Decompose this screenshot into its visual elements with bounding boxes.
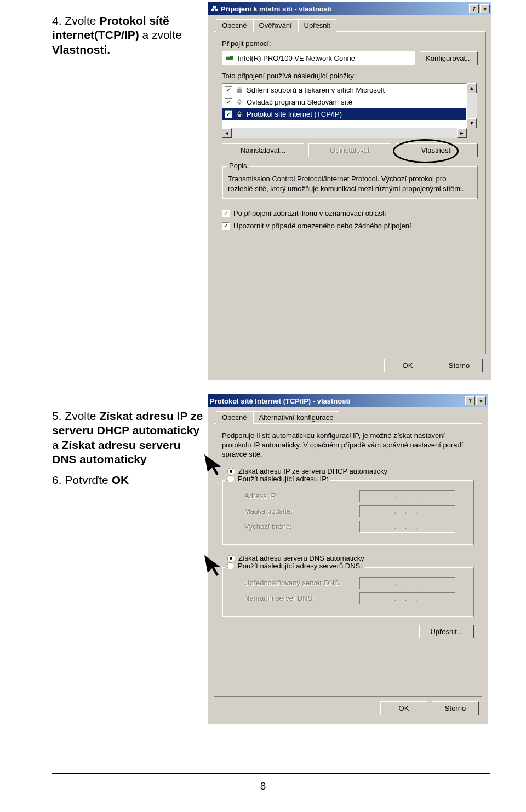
svg-rect-7 <box>238 87 241 89</box>
svg-rect-5 <box>228 56 230 57</box>
cancel-button[interactable]: Storno <box>436 359 483 372</box>
svg-rect-4 <box>226 56 228 57</box>
gateway-input: . . . <box>359 521 455 533</box>
driver-icon <box>235 97 244 106</box>
tab-panel-general: Připojit pomocí: Intel(R) PRO/100 VE Net… <box>214 31 486 354</box>
checkbox-show-icon[interactable]: ✓ <box>222 210 230 217</box>
advanced-button[interactable]: Upřesnit... <box>419 625 474 638</box>
step5-number: 5. <box>52 410 62 422</box>
close-button[interactable]: × <box>480 4 490 13</box>
tab-alt-config[interactable]: Alternativní konfigurace <box>253 411 340 424</box>
properties-button[interactable]: Vlastnosti <box>396 143 478 157</box>
description-legend: Popis <box>227 162 249 170</box>
radio-dns-manual-label: Použít následující adresy serverů DNS: <box>238 562 362 570</box>
description-text: Transmission Control Protocol/Internet P… <box>228 174 472 193</box>
radio-ip-manual[interactable] <box>227 475 234 482</box>
dns1-input: . . . <box>359 577 455 589</box>
tabstrip: Obecné Alternativní konfigurace <box>216 411 482 423</box>
radio-ip-auto-label: Získat adresu IP ze serveru DHCP automat… <box>238 467 387 475</box>
ip-label: Adresa IP: <box>244 492 359 500</box>
page-number: 8 <box>0 780 526 792</box>
configure-button[interactable]: Konfigurovat... <box>420 51 478 65</box>
list-item[interactable]: ✓ Ovladač programu Sledování sítě <box>222 96 466 108</box>
footer-rule <box>52 773 490 774</box>
step6-b: OK <box>112 474 129 486</box>
step4-number: 4. <box>52 14 62 27</box>
items-label: Toto připojení používá následující polož… <box>222 72 478 80</box>
cancel-button[interactable]: Storno <box>432 701 479 715</box>
dns-manual-groupbox: Použít následující adresy serverů DNS: U… <box>222 567 474 617</box>
scrollbar-horizontal[interactable]: ◄ ► <box>222 128 467 138</box>
close-button[interactable]: × <box>476 396 486 405</box>
step4-text-c: a zvolte <box>139 28 182 41</box>
tab-auth[interactable]: Ověřování <box>253 19 298 32</box>
checkbox-icon[interactable]: ✓ <box>225 110 232 118</box>
step5-d: Získat adresu serveru DNS automaticky <box>52 439 181 465</box>
list-item[interactable]: ✓ Sdílení souborů a tiskáren v sítích Mi… <box>222 84 466 96</box>
ok-button[interactable]: OK <box>380 701 427 715</box>
network-icon <box>210 4 219 13</box>
intro-text: Podporuje-li síť automatickou konfigurac… <box>222 431 474 459</box>
list-item-selected[interactable]: ✓ Protokol sítě Internet (TCP/IP) <box>222 108 466 120</box>
tab-general[interactable]: Obecné <box>216 411 253 424</box>
lan-properties-dialog: Připojení k místní síti - vlastnosti ? ×… <box>208 2 491 380</box>
svg-rect-1 <box>215 9 218 11</box>
step4-text-d: Vlastnosti. <box>52 43 110 56</box>
scroll-down-icon[interactable]: ▼ <box>467 118 477 128</box>
scroll-up-icon[interactable]: ▲ <box>467 83 477 93</box>
step6-number: 6. <box>52 474 62 486</box>
dns2-input: . . . <box>359 592 455 604</box>
mask-label: Maska podsítě: <box>244 507 359 515</box>
checkbox-icon[interactable]: ✓ <box>225 86 232 94</box>
tab-general[interactable]: Obecné <box>216 19 253 32</box>
radio-ip-auto[interactable] <box>227 468 235 475</box>
dialog1-title: Připojení k místní síti - vlastnosti <box>221 5 332 13</box>
checkbox-icon[interactable]: ✓ <box>225 98 232 106</box>
ip-input: . . . <box>359 490 455 502</box>
titlebar: Připojení k místní síti - vlastnosti ? × <box>208 2 491 15</box>
chk2-label: Upozornit v případě omezeného nebo žádné… <box>233 222 411 230</box>
step5-6-instruction: 5. Zvolte Získat adresu IP ze serveru DH… <box>52 409 205 494</box>
ok-button[interactable]: OK <box>384 359 431 372</box>
tabstrip: Obecné Ověřování Upřesnit <box>216 19 486 31</box>
components-listbox[interactable]: ✓ Sdílení souborů a tiskáren v sítích Mi… <box>222 83 467 128</box>
share-icon <box>235 85 244 94</box>
nic-icon <box>226 54 235 62</box>
connect-using-label: Připojit pomocí: <box>222 39 478 48</box>
radio-dns-auto-label: Získat adresu serveru DNS automaticky <box>238 554 364 562</box>
tcpip-properties-dialog: Protokol sítě Internet (TCP/IP) - vlastn… <box>208 394 488 724</box>
svg-rect-9 <box>238 114 241 117</box>
svg-point-8 <box>238 102 241 105</box>
list-item-label: Sdílení souborů a tiskáren v sítích Micr… <box>247 86 385 94</box>
help-button[interactable]: ? <box>465 396 475 405</box>
step6-a: Potvrďte <box>65 474 111 486</box>
step4-text-a: Zvolte <box>65 14 99 27</box>
dns2-label: Náhradní server DNS: <box>244 594 359 602</box>
adapter-name: Intel(R) PRO/100 VE Network Conne <box>238 54 355 62</box>
scroll-right-icon[interactable]: ► <box>457 128 467 138</box>
mask-input: . . . <box>359 505 455 517</box>
radio-dns-auto[interactable] <box>227 555 235 562</box>
scrollbar-vertical[interactable]: ▲ ▼ <box>467 83 477 128</box>
help-button[interactable]: ? <box>469 4 479 13</box>
svg-marker-10 <box>204 454 221 475</box>
ip-manual-groupbox: Použít následující adresu IP: Adresa IP:… <box>222 480 474 545</box>
svg-marker-11 <box>204 555 221 576</box>
tab-advanced[interactable]: Upřesnit <box>298 19 336 32</box>
install-button[interactable]: Nainstalovat... <box>222 143 304 157</box>
checkbox-notify[interactable]: ✓ <box>222 222 230 230</box>
step4-instruction: 4. Zvolte Protokol sítě internet(TCP/IP)… <box>52 14 197 64</box>
list-item-label: Protokol sítě Internet (TCP/IP) <box>247 110 342 118</box>
step5-c: a <box>52 439 62 451</box>
step5-a: Zvolte <box>65 410 99 422</box>
radio-dns-manual[interactable] <box>227 562 234 569</box>
radio-ip-manual-label: Použít následující adresu IP: <box>238 475 328 483</box>
tab-panel-general: Podporuje-li síť automatickou konfigurac… <box>214 423 482 697</box>
dialog2-title: Protokol sítě Internet (TCP/IP) - vlastn… <box>210 397 350 405</box>
svg-rect-0 <box>211 9 214 11</box>
scroll-left-icon[interactable]: ◄ <box>222 128 232 138</box>
adapter-field: Intel(R) PRO/100 VE Network Conne <box>222 51 415 65</box>
description-groupbox: Popis Transmission Control Protocol/Inte… <box>222 166 478 199</box>
svg-rect-2 <box>213 6 216 8</box>
titlebar: Protokol sítě Internet (TCP/IP) - vlastn… <box>208 394 488 407</box>
